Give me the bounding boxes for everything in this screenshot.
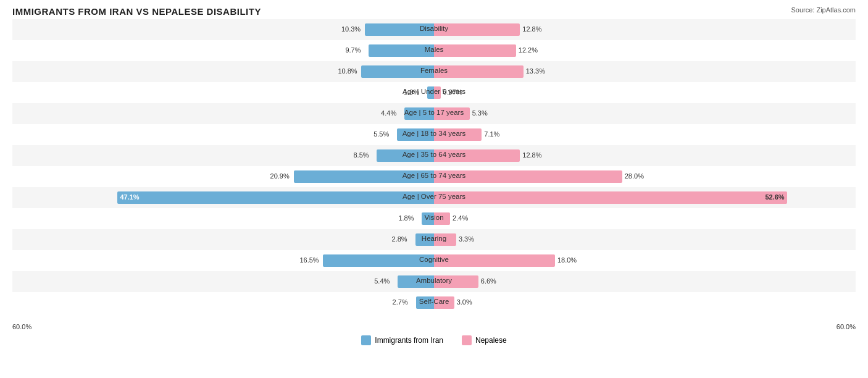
val-right: 0.97% xyxy=(443,88,462,96)
chart-row: Ambulatory5.4%6.6% xyxy=(12,271,856,292)
bar-left xyxy=(415,233,434,246)
bar-left xyxy=(365,23,434,36)
chart-row: Age | Over 75 years47.1%52.6% xyxy=(12,187,856,208)
chart-row: Age | 65 to 74 years20.9%28.0% xyxy=(12,166,856,187)
chart-container: IMMIGRANTS FROM IRAN VS NEPALESE DISABIL… xyxy=(0,0,868,378)
legend-item-nepalese: Nepalese xyxy=(462,335,507,345)
chart-row: Males9.7%12.2% xyxy=(12,40,856,61)
chart-row: Age | 35 to 64 years8.5%12.8% xyxy=(12,145,856,166)
legend: Immigrants from Iran Nepalese xyxy=(12,335,856,345)
axis-labels: 60.0% 60.0% xyxy=(12,322,856,332)
val-right: 13.3% xyxy=(526,67,545,75)
bar-right xyxy=(434,86,441,99)
bar-left xyxy=(369,44,434,57)
chart-row: Cognitive16.5%18.0% xyxy=(12,250,856,271)
val-left: 9.7% xyxy=(345,46,361,54)
bar-right xyxy=(434,23,520,36)
bar-right xyxy=(434,212,450,225)
bar-left xyxy=(422,212,434,225)
bar-left xyxy=(294,170,434,183)
chart-row: Age | 18 to 34 years5.5%7.1% xyxy=(12,124,856,145)
val-left: 10.3% xyxy=(341,25,361,33)
bar-right xyxy=(434,44,516,57)
val-right: 5.3% xyxy=(472,109,488,117)
val-left: 20.9% xyxy=(270,172,290,180)
val-left: 10.8% xyxy=(338,67,357,75)
bar-right xyxy=(434,233,456,246)
bar-right xyxy=(434,296,454,309)
chart-row: Self-Care2.7%3.0% xyxy=(12,292,856,313)
bar-right xyxy=(434,170,622,183)
bar-left xyxy=(377,149,434,162)
bar-right xyxy=(434,275,478,288)
bar-right xyxy=(434,191,787,204)
bar-left xyxy=(416,296,434,309)
bar-right xyxy=(434,149,520,162)
bar-right xyxy=(434,254,555,267)
val-left: 1.0% xyxy=(404,88,419,96)
val-left: 8.5% xyxy=(353,151,369,159)
legend-item-iran: Immigrants from Iran xyxy=(361,335,443,345)
val-left: 4.4% xyxy=(381,109,396,117)
chart-row: Hearing2.8%3.3% xyxy=(12,229,856,250)
val-left: 2.8% xyxy=(392,235,407,243)
chart-row: Vision1.8%2.4% xyxy=(12,208,856,229)
val-left: 5.5% xyxy=(373,130,389,138)
bar-left xyxy=(404,107,434,120)
axis-label-left: 60.0% xyxy=(12,323,31,330)
val-right: 2.4% xyxy=(453,214,468,222)
legend-box-iran xyxy=(361,335,371,345)
val-right: 28.0% xyxy=(625,172,644,180)
bar-right xyxy=(434,65,524,78)
bar-left xyxy=(427,86,434,99)
bar-left xyxy=(398,275,434,288)
chart-row: Females10.8%13.3% xyxy=(12,61,856,82)
chart-row: Disability10.3%12.8% xyxy=(12,19,856,40)
chart-source: Source: ZipAtlas.com xyxy=(791,6,856,14)
bar-left xyxy=(117,191,434,204)
chart-title: IMMIGRANTS FROM IRAN VS NEPALESE DISABIL… xyxy=(12,6,856,17)
val-left: 47.1% xyxy=(120,193,139,201)
bar-left xyxy=(323,254,434,267)
val-right: 7.1% xyxy=(484,130,499,138)
chart-row: Age | 5 to 17 years4.4%5.3% xyxy=(12,103,856,124)
val-right: 52.6% xyxy=(765,193,784,201)
val-left: 1.8% xyxy=(398,214,414,222)
bar-right xyxy=(434,128,482,141)
bar-left xyxy=(361,65,434,78)
val-right: 12.8% xyxy=(522,151,541,159)
val-right: 3.3% xyxy=(459,235,474,243)
val-left: 16.5% xyxy=(299,256,319,264)
legend-label-iran: Immigrants from Iran xyxy=(375,336,443,345)
val-right: 6.6% xyxy=(481,277,496,285)
axis-label-right: 60.0% xyxy=(837,323,856,330)
val-right: 12.2% xyxy=(519,46,538,54)
val-right: 18.0% xyxy=(557,256,577,264)
legend-label-nepalese: Nepalese xyxy=(475,336,507,345)
val-right: 3.0% xyxy=(457,298,472,306)
bar-right xyxy=(434,107,470,120)
chart-row: Age | Under 5 years1.0%0.97% xyxy=(12,82,856,103)
val-left: 2.7% xyxy=(393,298,408,306)
val-left: 5.4% xyxy=(374,277,390,285)
chart-area: Disability10.3%12.8%Males9.7%12.2%Female… xyxy=(12,19,856,322)
val-right: 12.8% xyxy=(522,25,541,33)
bar-left xyxy=(397,128,434,141)
legend-box-nepalese xyxy=(462,335,472,345)
